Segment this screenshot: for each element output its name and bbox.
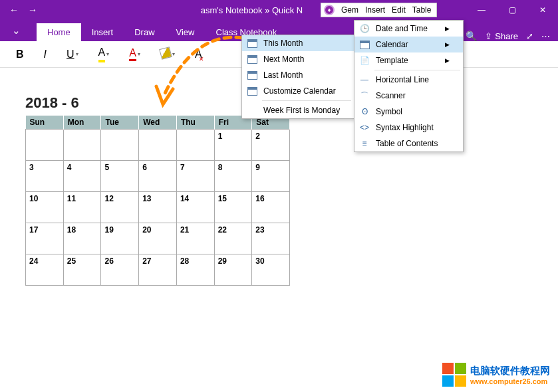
italic-button[interactable]: I: [44, 49, 47, 60]
calendar-cell[interactable]: 8: [214, 161, 252, 192]
calendar-icon: [246, 85, 258, 97]
gem-icon: ♦: [324, 5, 335, 15]
calendar-cell[interactable]: 13: [139, 192, 177, 223]
calendar-cell[interactable]: [26, 130, 64, 161]
calendar-cell[interactable]: 9: [252, 161, 290, 192]
maximize-button[interactable]: ▢: [497, 0, 527, 20]
calendar-cell[interactable]: 7: [176, 161, 214, 192]
menu-item-week-first[interactable]: Week First is Monday: [242, 102, 354, 118]
tab-home[interactable]: Home: [37, 23, 81, 41]
calendar-cell[interactable]: 28: [176, 254, 214, 286]
minimize-button[interactable]: —: [466, 0, 497, 20]
menu-item[interactable]: ʘSymbol: [354, 104, 463, 120]
calendar-cell[interactable]: 27: [139, 254, 177, 286]
submenu-arrow-icon: ▶: [445, 25, 450, 32]
calendar-cell[interactable]: 19: [101, 223, 139, 254]
highlight-button[interactable]: A▾: [98, 47, 110, 62]
gem-menu-item[interactable]: Edit: [392, 5, 406, 15]
scan-icon: ⌒: [358, 90, 370, 102]
sym-icon: ʘ: [358, 106, 370, 118]
calendar-icon: [246, 53, 258, 65]
submenu-arrow-icon: ▶: [445, 57, 450, 64]
calendar-cell[interactable]: 12: [101, 192, 139, 223]
calendar-cell[interactable]: 29: [214, 254, 252, 286]
menu-item[interactable]: Customize Calendar: [242, 83, 354, 99]
calendar-day-header: Sun: [26, 116, 64, 130]
code-icon: <>: [358, 122, 370, 134]
calendar-cell[interactable]: 6: [139, 161, 177, 192]
menu-item[interactable]: 🕒Date and Time▶: [354, 21, 463, 37]
fullscreen-icon[interactable]: ⤢: [526, 31, 533, 41]
calendar-cell[interactable]: 5: [101, 161, 139, 192]
calendar-cell[interactable]: 11: [63, 192, 101, 223]
nav-forward-icon[interactable]: →: [28, 5, 37, 15]
calendar-cell[interactable]: 14: [176, 192, 214, 223]
calendar-row: 10111213141516: [26, 192, 290, 223]
ribbon-collapse-icon[interactable]: ⌄: [12, 25, 21, 37]
calendar-cell[interactable]: 18: [63, 223, 101, 254]
gem-menu-bar: ♦ Gem Insert Edit Table: [321, 3, 437, 17]
underline-button[interactable]: U▾: [67, 49, 78, 60]
tab-view[interactable]: View: [166, 23, 206, 41]
calendar-cell[interactable]: 25: [63, 254, 101, 286]
menu-item[interactable]: ⌒Scanner: [354, 88, 463, 104]
more-icon[interactable]: ⋯: [541, 31, 550, 41]
menu-item[interactable]: Next Month: [242, 51, 354, 67]
menu-item[interactable]: Last Month: [242, 67, 354, 83]
gem-menu-item[interactable]: Insert: [365, 5, 385, 15]
calendar-cell[interactable]: 26: [101, 254, 139, 286]
insert-submenu: 🕒Date and Time▶Calendar▶📄Template▶—Horiz…: [354, 20, 464, 152]
doc-icon: 📄: [358, 54, 370, 66]
calendar-day-header: Mon: [63, 116, 101, 130]
calendar-cell[interactable]: [63, 130, 101, 161]
calendar-cell[interactable]: 30: [252, 254, 290, 286]
calendar-icon: [246, 37, 258, 49]
calendar-cell[interactable]: 15: [214, 192, 252, 223]
tab-draw[interactable]: Draw: [124, 23, 165, 41]
calendar-day-header: Wed: [139, 116, 177, 130]
calendar-row: 24252627282930: [26, 254, 290, 286]
nav-back-icon[interactable]: ←: [9, 5, 19, 15]
menu-item[interactable]: This Month: [242, 35, 354, 51]
search-icon[interactable]: 🔍: [466, 31, 477, 41]
calendar-cell[interactable]: [176, 130, 214, 161]
menu-item[interactable]: Calendar▶: [354, 37, 463, 52]
calendar-cell[interactable]: [101, 130, 139, 161]
share-icon: ⇪: [485, 31, 492, 41]
calendar-cell[interactable]: 1: [214, 130, 252, 161]
toc-icon: ≡: [358, 138, 370, 149]
calendar-cell[interactable]: 17: [26, 223, 64, 254]
calendar-row: 17181920212223: [26, 223, 290, 254]
menu-separator: [262, 100, 351, 101]
calendar-icon: [246, 69, 258, 81]
calendar-cell[interactable]: [139, 130, 177, 161]
calendar-cell[interactable]: 20: [139, 223, 177, 254]
share-button[interactable]: ⇪ Share: [485, 31, 518, 41]
calendar-cell[interactable]: 24: [26, 254, 64, 286]
menu-item[interactable]: ≡Table of Contents: [354, 136, 463, 151]
calendar-cell[interactable]: 10: [26, 192, 64, 223]
calendar-row: 12: [26, 130, 290, 161]
menu-item[interactable]: 📄Template▶: [354, 52, 463, 68]
calendar-submenu: This MonthNext MonthLast MonthCustomize …: [241, 35, 354, 119]
fill-button[interactable]: ▾: [160, 48, 175, 61]
calendar-cell[interactable]: 23: [252, 223, 290, 254]
calendar-cell[interactable]: 3: [26, 161, 64, 192]
calendar-day-header: Tue: [101, 116, 139, 130]
close-button[interactable]: ✕: [527, 0, 558, 20]
line-icon: —: [358, 74, 370, 86]
gem-menu-item[interactable]: Table: [412, 5, 432, 15]
calendar-cell[interactable]: 2: [252, 130, 290, 161]
menu-item[interactable]: —Horizontal Line: [354, 72, 463, 88]
calendar-cell[interactable]: 21: [176, 223, 214, 254]
calendar-icon: [358, 39, 370, 50]
calendar-cell[interactable]: 16: [252, 192, 290, 223]
gem-menu-item[interactable]: Gem: [341, 5, 358, 15]
clear-format-button[interactable]: A: [195, 49, 202, 60]
font-color-button[interactable]: A▾: [129, 47, 140, 61]
tab-insert[interactable]: Insert: [81, 23, 124, 41]
calendar-cell[interactable]: 22: [214, 223, 252, 254]
bold-button[interactable]: B: [16, 49, 24, 60]
menu-item[interactable]: <>Syntax Highlight: [354, 120, 463, 136]
calendar-cell[interactable]: 4: [63, 161, 101, 192]
